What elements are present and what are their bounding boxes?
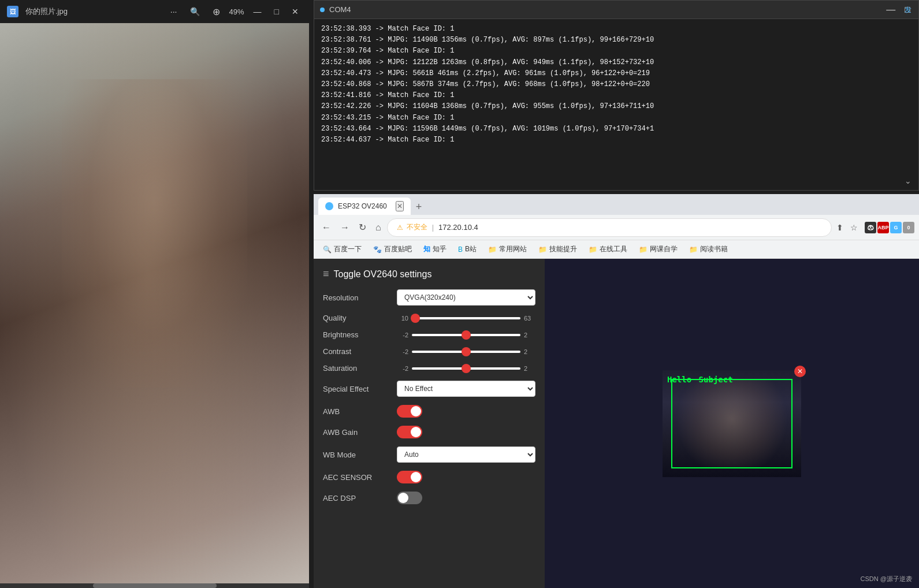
photo-app-icon: 🖼 xyxy=(7,6,18,17)
maximize-btn[interactable]: □ xyxy=(271,6,282,17)
bookmark-zhihu-icon: 知 xyxy=(423,244,430,254)
awb-label: AWB xyxy=(323,407,392,416)
bookmark-folder-4[interactable]: 📁 网课自学 xyxy=(634,243,682,255)
new-tab-btn[interactable]: + xyxy=(411,199,427,215)
contrast-slider-track[interactable] xyxy=(412,351,520,353)
bookmark-bilibili-icon: B xyxy=(458,245,463,254)
setting-row-aec-dsp: AEC DSP xyxy=(323,492,535,504)
share-btn[interactable]: ⬆ xyxy=(834,221,846,235)
bookmark-zhihu[interactable]: 知 知乎 xyxy=(419,243,451,255)
special-effect-select[interactable]: No Effect Negative Grayscale Red Tint Gr… xyxy=(397,381,535,397)
terminal-line: 23:52:40.473 -> MJPG: 5661B 461ms (2.2fp… xyxy=(321,68,911,79)
resolution-control: QVGA(320x240) QQVGA(160x120) VGA(640x480… xyxy=(397,289,535,306)
bookmark-folder-2-label: 技能提升 xyxy=(549,244,577,254)
close-camera-btn[interactable]: ✕ xyxy=(794,366,806,377)
awb-toggle[interactable] xyxy=(397,405,422,418)
zoom-in-btn[interactable]: ⊕ xyxy=(209,5,224,18)
awb-gain-label: AWB Gain xyxy=(323,428,392,437)
contrast-min: -2 xyxy=(397,348,408,355)
bookmarks-bar: 🔍 百度一下 🐾 百度贴吧 知 知乎 B B站 📁 常用网站 📁 技能提升 📁 … xyxy=(314,240,919,259)
terminal-line: 23:52:42.226 -> MJPG: 11604B 1368ms (0.7… xyxy=(321,101,911,112)
terminal-line: 23:52:38.393 -> Match Face ID: 1 xyxy=(321,24,911,35)
awb-toggle-knob xyxy=(411,406,421,416)
ext-icon-3[interactable]: G xyxy=(890,222,902,233)
resolution-select[interactable]: QVGA(320x240) QQVGA(160x120) VGA(640x480… xyxy=(397,289,535,306)
nav-action-btns: ⬆ ☆ xyxy=(834,221,860,235)
brightness-slider-thumb[interactable] xyxy=(462,330,471,340)
terminal-dot xyxy=(320,8,325,12)
bookmark-baidu-icon: 🔍 xyxy=(323,245,332,254)
bookmark-folder-2[interactable]: 📁 技能提升 xyxy=(534,243,582,255)
setting-row-contrast: Contrast -2 2 xyxy=(323,347,535,356)
terminal-minimize[interactable]: — xyxy=(884,5,898,15)
bookmark-tieba[interactable]: 🐾 百度贴吧 xyxy=(369,243,416,255)
brightness-slider-container: -2 2 xyxy=(397,332,535,338)
aec-sensor-toggle[interactable] xyxy=(397,471,422,483)
bookmark-folder-5[interactable]: 📁 阅读书籍 xyxy=(684,243,732,255)
folder-icon-4: 📁 xyxy=(639,245,648,254)
bookmark-folder-3[interactable]: 📁 在线工具 xyxy=(584,243,632,255)
terminal-line: 23:52:38.761 -> MJPG: 11490B 1356ms (0.7… xyxy=(321,35,911,46)
refresh-btn[interactable]: ↻ xyxy=(355,219,370,235)
brightness-control: -2 2 xyxy=(397,332,535,338)
setting-row-aec-sensor: AEC SENSOR xyxy=(323,471,535,483)
terminal-line: 23:52:40.868 -> MJPG: 5867B 374ms (2.7fp… xyxy=(321,79,911,90)
zoom-out-btn[interactable]: 🔍 xyxy=(187,6,203,17)
brightness-min: -2 xyxy=(397,332,408,338)
awb-gain-toggle[interactable] xyxy=(397,426,422,438)
terminal-window: COM4 — □ 发 23:52:38.393 -> Match Face ID… xyxy=(314,0,919,191)
scroll-down-icon[interactable]: ⌄ xyxy=(905,176,911,185)
quality-slider-track[interactable] xyxy=(412,317,520,319)
home-btn[interactable]: ⌂ xyxy=(372,220,385,235)
terminal-send-btn[interactable]: 发 xyxy=(898,1,918,20)
bookmark-baidu[interactable]: 🔍 百度一下 xyxy=(318,243,366,255)
bookmark-bilibili[interactable]: B B站 xyxy=(453,243,481,255)
bookmark-folder-1[interactable]: 📁 常用网站 xyxy=(483,243,531,255)
settings-header: ≡ Toggle OV2640 settings xyxy=(323,268,535,280)
saturation-slider-thumb[interactable] xyxy=(462,364,471,373)
subject-text: Subject xyxy=(699,375,733,384)
wb-mode-select[interactable]: Auto Sunny Cloudy Office Home xyxy=(397,446,535,463)
contrast-slider-thumb[interactable] xyxy=(462,347,471,356)
terminal-title: COM4 xyxy=(329,5,879,14)
ext-icon-adblock[interactable]: ABP xyxy=(877,222,889,233)
quality-slider-thumb[interactable] xyxy=(411,314,420,323)
photo-scrollbar-thumb[interactable] xyxy=(93,583,217,588)
saturation-slider-track[interactable] xyxy=(412,367,520,370)
bookmark-bilibili-label: B站 xyxy=(465,244,477,254)
folder-icon-5: 📁 xyxy=(689,245,698,254)
browser-tab-active[interactable]: ESP32 OV2460 ✕ xyxy=(318,198,411,215)
aec-sensor-toggle-knob xyxy=(411,472,421,482)
settings-panel: ≡ Toggle OV2640 settings Resolution QVGA… xyxy=(314,259,545,588)
tab-close-btn[interactable]: ✕ xyxy=(396,201,404,211)
ext-icon-1[interactable]: 🐼 xyxy=(865,222,876,233)
brightness-max: 2 xyxy=(524,332,535,338)
awb-control xyxy=(397,405,535,418)
minimize-btn[interactable]: — xyxy=(250,6,265,17)
bookmark-btn[interactable]: ☆ xyxy=(848,221,860,235)
brightness-slider-track[interactable] xyxy=(412,334,520,336)
photo-content xyxy=(0,23,309,583)
photo-titlebar: 🖼 你的照片.jpg ··· 🔍 ⊕ 49% — □ ✕ xyxy=(0,0,309,23)
security-warning-icon: ⚠ xyxy=(397,224,403,232)
photo-menu-btn[interactable]: ··· xyxy=(167,6,181,17)
quality-control: 10 63 xyxy=(397,315,535,322)
photo-toolbar: ··· 🔍 ⊕ 49% — □ ✕ xyxy=(167,5,302,18)
back-btn[interactable]: ← xyxy=(318,220,334,235)
address-bar[interactable]: ⚠ 不安全 | 172.20.10.4 xyxy=(387,218,832,237)
terminal-titlebar: COM4 — □ 发 xyxy=(314,1,918,19)
hamburger-icon[interactable]: ≡ xyxy=(323,268,329,280)
security-warning-text: 不安全 xyxy=(407,222,427,232)
setting-row-special-effect: Special Effect No Effect Negative Graysc… xyxy=(323,381,535,397)
special-effect-label: Special Effect xyxy=(323,385,392,393)
aec-dsp-toggle[interactable] xyxy=(397,492,422,504)
photo-scrollbar[interactable] xyxy=(0,583,309,588)
close-btn[interactable]: ✕ xyxy=(288,6,302,17)
bookmark-folder-1-label: 常用网站 xyxy=(499,244,527,254)
terminal-line: 23:52:40.006 -> MJPG: 12122B 1263ms (0.8… xyxy=(321,57,911,68)
awb-gain-toggle-knob xyxy=(411,427,421,437)
forward-btn[interactable]: → xyxy=(337,220,353,235)
camera-image: Hello Subject xyxy=(663,370,801,477)
setting-row-wb-mode: WB Mode Auto Sunny Cloudy Office Home xyxy=(323,446,535,463)
awb-gain-control xyxy=(397,426,535,438)
